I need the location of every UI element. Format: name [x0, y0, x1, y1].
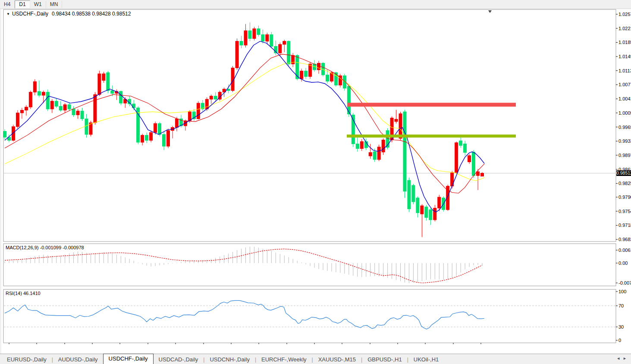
price-axis-label: 0.98250 — [618, 181, 631, 186]
candle-body — [257, 29, 260, 35]
candle — [137, 106, 140, 144]
candle-body — [369, 153, 372, 156]
chart-tab-gbpusd-h1[interactable]: GBPUSD-,H1 — [362, 355, 407, 364]
chart-symbol-label: USDCHF-,Daily — [12, 11, 48, 17]
candle-body — [46, 92, 49, 109]
candle-body — [433, 208, 436, 220]
candle-body — [287, 41, 290, 64]
price-axis-label: 0.97540 — [618, 209, 631, 214]
candle-body — [300, 71, 303, 79]
scroll-left-icon[interactable]: ◄ — [616, 356, 623, 361]
candle-body — [253, 29, 256, 39]
timeframe-toolbar: H4D1W1MN — [0, 0, 631, 9]
support-line[interactable] — [347, 135, 516, 138]
candle-body — [59, 106, 62, 110]
candle-body — [119, 91, 122, 103]
candle-body — [72, 109, 75, 115]
candle-body — [163, 135, 166, 146]
chevron-down-icon[interactable]: ▼ — [6, 12, 10, 16]
chart-tab-xauusd-m15[interactable]: XAUUSD-,M15 — [313, 355, 361, 364]
rsi-axis-label: 100 — [618, 289, 626, 294]
candle-body — [360, 141, 363, 148]
candle-body — [235, 41, 239, 68]
candle-body — [240, 41, 243, 45]
candle — [253, 27, 256, 41]
candle-body — [29, 92, 32, 107]
candle-body — [283, 41, 286, 44]
candle-body — [214, 96, 217, 99]
timeframe-button-h4[interactable]: H4 — [0, 1, 15, 8]
candle-body — [38, 91, 41, 95]
candle-body — [3, 132, 6, 138]
tab-scroll-arrows[interactable]: ◄► — [616, 356, 629, 361]
candle-body — [416, 198, 419, 213]
chart-tab-eurchf-weekly[interactable]: EURCHF-,Weekly — [256, 355, 312, 364]
scroll-right-icon[interactable]: ► — [623, 356, 629, 361]
candle-body — [81, 111, 84, 119]
candle — [412, 184, 415, 204]
chart-tab-usdchf-daily[interactable]: USDCHF-,Daily — [103, 354, 154, 364]
chart-canvas[interactable] — [1, 9, 631, 354]
candle-body — [98, 74, 101, 94]
candle-body — [248, 31, 251, 38]
candle-body — [55, 101, 58, 107]
candle — [403, 110, 406, 198]
candle-body — [150, 132, 153, 140]
chart-ohlc-values: 0.98434 0.98538 0.98428 0.98512 — [52, 11, 131, 17]
macd-axis-label: 0.00 — [618, 260, 628, 266]
main-pane-frame[interactable] — [3, 9, 616, 242]
candle-body — [25, 107, 28, 110]
candle-body — [141, 135, 144, 142]
candle-body — [425, 207, 428, 218]
candle-body — [166, 131, 170, 146]
candle-body — [438, 197, 441, 208]
candle-body — [102, 74, 105, 80]
candle-body — [464, 144, 467, 153]
candle-body — [339, 76, 342, 85]
candle-body — [266, 35, 269, 41]
candle-body — [154, 123, 157, 132]
candle-body — [356, 144, 359, 149]
candle — [16, 110, 19, 129]
candle-body — [403, 112, 406, 191]
price-axis-label: 1.01850 — [618, 40, 631, 45]
candle-body — [279, 44, 282, 53]
candle-body — [188, 112, 191, 121]
chart-tab-usdcad-daily[interactable]: USDCAD-,Daily — [154, 355, 204, 364]
candle-body — [459, 141, 462, 145]
candle-body — [472, 152, 475, 176]
timeframe-button-mn[interactable]: MN — [46, 1, 63, 8]
rsi-pane-frame[interactable] — [3, 289, 616, 343]
timeframe-button-w1[interactable]: W1 — [30, 1, 46, 8]
candle — [29, 91, 32, 109]
candle-body — [50, 101, 53, 109]
macd-axis-label: 0.00613 — [618, 248, 631, 253]
price-axis-label: 0.98970 — [618, 153, 631, 158]
macd-pane-frame[interactable] — [3, 244, 616, 286]
candle-body — [412, 185, 415, 202]
chart-tab-ukoil-h1[interactable]: UKOil-,H1 — [408, 355, 444, 364]
candle-body — [326, 75, 329, 82]
chart-tab-usdcnh-daily[interactable]: USDCNH-,Daily — [204, 355, 254, 364]
price-axis-label: 0.96820 — [618, 237, 631, 242]
resistance-line[interactable] — [348, 103, 516, 107]
candle — [235, 38, 239, 70]
candle-body — [408, 180, 411, 209]
candle-body — [20, 110, 23, 113]
candle-body — [205, 99, 208, 109]
timeframe-button-d1[interactable]: D1 — [15, 0, 30, 9]
chart-tab-eurusd-daily[interactable]: EURUSD-,Daily — [2, 355, 52, 364]
rsi-indicator-label: RSI(14) 46.1410 — [6, 291, 41, 296]
macd-axis-label: -0.00761 — [618, 280, 631, 286]
chart-area[interactable]: ▼USDCHF-,Daily0.98434 0.98538 0.98428 0.… — [0, 9, 631, 354]
candle-body — [158, 123, 161, 134]
candle-body — [296, 55, 299, 78]
candle — [287, 41, 290, 66]
candle-body — [429, 210, 432, 220]
candle — [89, 121, 92, 136]
rsi-axis-label: 70 — [618, 303, 624, 308]
chart-tab-audusd-daily[interactable]: AUDUSD-,Daily — [53, 355, 103, 364]
price-axis-label: 1.00770 — [618, 82, 631, 87]
candle-body — [382, 140, 385, 152]
candle-body — [468, 156, 471, 162]
